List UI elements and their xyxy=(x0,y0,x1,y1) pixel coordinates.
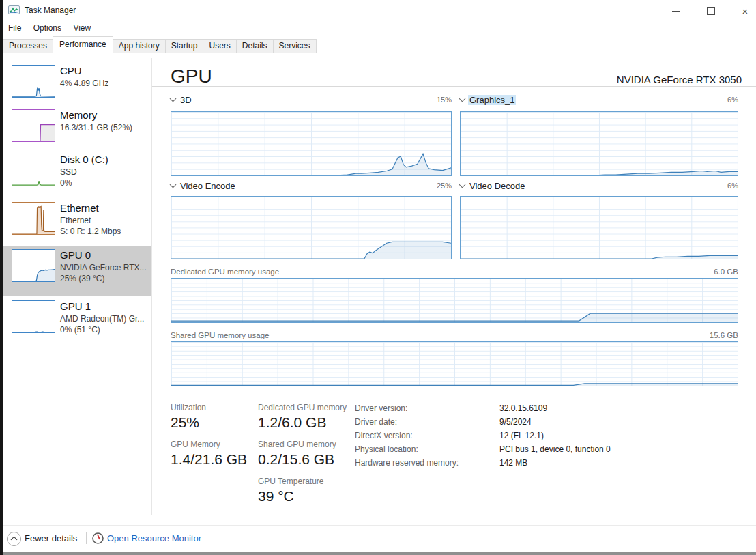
gpu0-name: NVIDIA GeForce RTX... xyxy=(60,262,150,273)
hardware-reserved-memory-value: 142 MB xyxy=(499,458,527,468)
chart-video-decode[interactable] xyxy=(460,196,738,259)
driver-date-label: Driver date: xyxy=(355,417,397,427)
sidebar-item-memory[interactable]: Memory 16.3/31.1 GB (52%) xyxy=(3,107,151,147)
maximize-button[interactable] xyxy=(697,3,725,18)
sidebar-item-ethernet[interactable]: Ethernet Ethernet S: 0 R: 1.2 Mbps xyxy=(3,200,151,249)
shared-memory-max: 15.6 GB xyxy=(710,331,738,339)
fewer-details-button[interactable] xyxy=(7,532,21,546)
engine-label-video-encode: Video Encode xyxy=(179,181,237,191)
sidebar-item-cpu[interactable]: CPU 4% 4.89 GHz xyxy=(3,63,151,102)
dedicated-memory-header: Dedicated GPU memory usage 6.0 GB xyxy=(171,266,738,278)
physical-location-value: PCI bus 1, device 0, function 0 xyxy=(499,444,611,454)
close-icon: × xyxy=(742,5,748,17)
chart-header-3d: 3D 15% xyxy=(171,94,452,106)
sidebar-item-gpu1[interactable]: GPU 1 AMD Radeon(TM) Gr... 0% (51 °C) xyxy=(3,298,151,347)
disk-stats: 0% xyxy=(60,177,150,188)
chart-header-video-encode: Video Encode 25% xyxy=(171,180,452,192)
gpu-temperature-label: GPU Temperature xyxy=(258,476,324,486)
gpu-memory-label: GPU Memory xyxy=(171,440,220,449)
menu-bar: File Options View xyxy=(3,20,756,35)
window-title: Task Manager xyxy=(25,5,76,15)
minimize-button[interactable] xyxy=(662,3,689,18)
engine-selector-video-decode[interactable]: Video Decode xyxy=(460,181,526,191)
ethernet-name: Ethernet xyxy=(60,215,150,226)
gpu1-mini-chart xyxy=(12,300,55,333)
tab-details[interactable]: Details xyxy=(236,39,273,53)
chevron-down-icon xyxy=(170,96,177,102)
memory-title: Memory xyxy=(60,109,150,122)
disk-mini-chart xyxy=(12,154,55,186)
footer-separator xyxy=(86,532,87,544)
chart-video-encode[interactable] xyxy=(171,196,452,259)
tab-services[interactable]: Services xyxy=(273,39,317,53)
tab-strip: ProcessesPerformanceApp historyStartupUs… xyxy=(3,35,756,51)
window-bottom-edge xyxy=(0,552,756,555)
gpu1-title: GPU 1 xyxy=(60,300,150,313)
hardware-reserved-memory-label: Hardware reserved memory: xyxy=(355,458,459,468)
tab-app-history[interactable]: App history xyxy=(113,39,165,53)
chevron-up-icon xyxy=(11,537,18,543)
open-resource-monitor-link[interactable]: Open Resource Monitor xyxy=(107,533,201,543)
menu-file[interactable]: File xyxy=(3,23,26,33)
gpu0-title: GPU 0 xyxy=(60,248,150,262)
chart-3d[interactable] xyxy=(171,111,452,176)
dedicated-gpu-memory-value: 1.2/6.0 GB xyxy=(258,414,326,431)
dedicated-memory-label: Dedicated GPU memory usage xyxy=(171,268,279,276)
engine-label-3d: 3D xyxy=(179,95,193,105)
ethernet-mini-chart xyxy=(12,202,55,235)
engine-selector-3d[interactable]: 3D xyxy=(171,95,193,105)
close-button[interactable]: × xyxy=(731,3,756,18)
chart-header-video-decode: Video Decode 6% xyxy=(460,180,738,192)
gpu1-stats: 0% (51 °C) xyxy=(60,324,150,335)
cpu-stats: 4% 4.89 GHz xyxy=(60,78,150,89)
menu-view[interactable]: View xyxy=(68,23,96,33)
value-3d: 15% xyxy=(437,96,452,104)
tab-performance[interactable]: Performance xyxy=(53,36,113,53)
dedicated-gpu-memory-label: Dedicated GPU memory xyxy=(258,403,347,412)
value-video-encode: 25% xyxy=(437,182,452,190)
engine-selector-video-encode[interactable]: Video Encode xyxy=(171,181,237,191)
chevron-down-icon xyxy=(459,182,466,188)
minimize-icon xyxy=(672,11,680,12)
dedicated-memory-max: 6.0 GB xyxy=(714,268,738,276)
gpu-device-name: NVIDIA GeForce RTX 3050 xyxy=(617,74,742,85)
chevron-down-icon xyxy=(170,182,177,188)
physical-location-label: Physical location: xyxy=(355,444,418,454)
gpu-memory-value: 1.4/21.6 GB xyxy=(171,451,247,468)
shared-memory-label: Shared GPU memory usage xyxy=(171,331,269,339)
sidebar-item-disk0[interactable]: Disk 0 (C:) SSD 0% xyxy=(3,152,151,201)
memory-stats: 16.3/31.1 GB (52%) xyxy=(60,122,150,133)
gpu1-name: AMD Radeon(TM) Gr... xyxy=(60,313,150,324)
shared-gpu-memory-label: Shared GPU memory xyxy=(258,440,336,449)
maximize-icon xyxy=(707,7,715,15)
engine-selector-graphics1[interactable]: Graphics_1 xyxy=(460,95,516,105)
cpu-title: CPU xyxy=(60,64,150,78)
menu-options[interactable]: Options xyxy=(29,23,66,33)
engine-label-graphics1: Graphics_1 xyxy=(468,95,516,105)
gpu0-stats: 25% (39 °C) xyxy=(60,273,150,284)
disk-type: SSD xyxy=(60,167,150,177)
tab-processes[interactable]: Processes xyxy=(3,39,53,53)
shared-memory-header: Shared GPU memory usage 15.6 GB xyxy=(171,329,738,341)
desktop-background-corner xyxy=(0,550,3,555)
tab-users[interactable]: Users xyxy=(203,39,235,53)
fewer-details-label[interactable]: Fewer details xyxy=(25,533,77,543)
driver-version-label: Driver version: xyxy=(355,403,407,413)
value-graphics1: 6% xyxy=(727,96,738,104)
title-bar[interactable]: Task Manager × xyxy=(3,0,756,20)
chevron-down-icon xyxy=(459,96,466,102)
performance-sidebar: CPU 4% 4.89 GHz Memory 16.3/31.1 GB (52%… xyxy=(3,58,151,517)
page-title: GPU xyxy=(171,66,212,87)
sidebar-item-gpu0[interactable]: GPU 0 NVIDIA GeForce RTX... 25% (39 °C) xyxy=(3,246,151,296)
value-video-decode: 6% xyxy=(727,182,738,190)
task-manager-window: Task Manager × File Options View Process… xyxy=(0,0,756,555)
cpu-mini-chart xyxy=(12,65,55,98)
chart-dedicated-memory[interactable] xyxy=(171,278,738,323)
driver-version-value: 32.0.15.6109 xyxy=(499,403,547,413)
chart-graphics1[interactable] xyxy=(460,111,738,176)
driver-date-value: 9/5/2024 xyxy=(499,417,532,427)
chart-shared-memory[interactable] xyxy=(171,341,738,386)
ethernet-title: Ethernet xyxy=(60,201,150,215)
gpu-temperature-value: 39 °C xyxy=(258,488,294,504)
tab-startup[interactable]: Startup xyxy=(165,39,203,53)
